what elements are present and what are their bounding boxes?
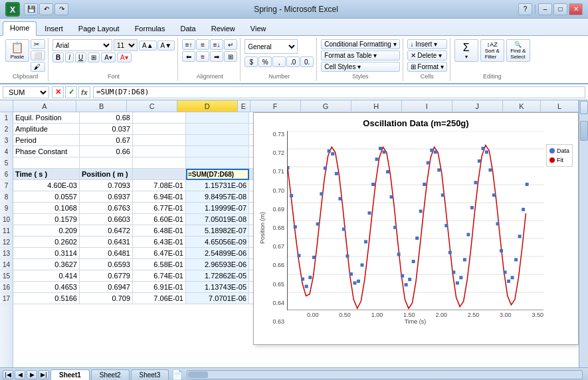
cell-b5[interactable]	[80, 157, 133, 169]
cell-a4[interactable]: Phase Constant	[13, 146, 80, 157]
insert-btn[interactable]: ↓ Insert ▾	[407, 39, 447, 49]
cell-d1[interactable]	[186, 112, 249, 124]
tab-review[interactable]: Review	[204, 22, 243, 35]
row-15[interactable]: 15	[0, 270, 13, 282]
formula-input[interactable]	[93, 86, 585, 98]
border-button[interactable]: ⊞	[88, 52, 100, 62]
font-shrink-btn[interactable]: A▼	[157, 41, 175, 50]
cell-b3[interactable]: 0.67	[80, 135, 133, 146]
cell-c2[interactable]	[133, 124, 186, 135]
sheet-tab-2[interactable]: Sheet2	[91, 369, 130, 380]
new-sheet-btn[interactable]: 📄	[171, 369, 183, 380]
cell-c9[interactable]: 6.77E-01	[133, 203, 186, 214]
corner-cell[interactable]	[0, 100, 13, 112]
cell-d14[interactable]: 2.96593E-06	[186, 259, 249, 270]
cell-b9[interactable]: 0.6763	[80, 203, 133, 214]
format-as-table-btn[interactable]: Format as Table ▾	[321, 50, 399, 60]
cell-c13[interactable]: 6.47E-01	[133, 248, 186, 259]
row-17[interactable]: 17	[0, 293, 13, 304]
cell-b7[interactable]: 0.7093	[80, 180, 133, 191]
cell-a17[interactable]: 0.5166	[13, 293, 80, 304]
comma-btn[interactable]: ,	[272, 56, 286, 67]
decrease-decimal[interactable]: 0.	[300, 56, 314, 67]
cell-a11[interactable]: 0.209	[13, 225, 80, 237]
tab-insert[interactable]: Insert	[37, 22, 70, 35]
row-12[interactable]: 12	[0, 237, 13, 248]
cell-a3[interactable]: Period	[13, 135, 80, 146]
row-16[interactable]: 16	[0, 282, 13, 293]
increase-decimal[interactable]: .0	[286, 56, 300, 67]
insert-function-btn[interactable]: fx	[78, 86, 90, 98]
align-top-left[interactable]: ≡↑	[182, 39, 195, 50]
cell-d6-active[interactable]: =SUM(D7:D68)	[186, 169, 249, 180]
paste-button[interactable]: 📋 Paste	[5, 39, 29, 62]
horizontal-scrollbar[interactable]	[187, 370, 583, 379]
cell-b15[interactable]: 0.6779	[80, 270, 133, 282]
copy-button[interactable]: ⬜	[31, 50, 45, 60]
sort-filter-btn[interactable]: ↕AZ Sort &Filter	[480, 39, 504, 62]
row-10[interactable]: 10	[0, 214, 13, 225]
cell-b8[interactable]: 0.6937	[80, 191, 133, 203]
cell-a13[interactable]: 0.3114	[13, 248, 80, 259]
tab-next[interactable]: ▶	[27, 370, 37, 379]
sheet-tab-1[interactable]: Sheet1	[50, 369, 90, 380]
cell-a14[interactable]: 0.3627	[13, 259, 80, 270]
cell-d13[interactable]: 2.54899E-06	[186, 248, 249, 259]
cell-c15[interactable]: 6.74E-01	[133, 270, 186, 282]
cell-a8[interactable]: 0.0557	[13, 191, 80, 203]
row-8[interactable]: 8	[0, 191, 13, 203]
cell-d4[interactable]	[186, 146, 249, 157]
cell-b17[interactable]: 0.709	[80, 293, 133, 304]
bold-button[interactable]: B	[52, 52, 64, 62]
cell-d17[interactable]: 7.0701E-06	[186, 293, 249, 304]
cell-d10[interactable]: 7.05019E-08	[186, 214, 249, 225]
cell-d5[interactable]	[186, 157, 249, 169]
percent-btn[interactable]: %	[258, 56, 272, 67]
vertical-scrollbar[interactable]	[579, 100, 588, 367]
cell-a10[interactable]: 0.1579	[13, 214, 80, 225]
cell-d11[interactable]: 5.18982E-07	[186, 225, 249, 237]
cell-c5[interactable]	[133, 157, 186, 169]
cell-a12[interactable]: 0.2602	[13, 237, 80, 248]
format-btn[interactable]: ⊞ Format ▾	[407, 62, 447, 72]
align-right[interactable]: ➡	[210, 51, 223, 62]
cell-b11[interactable]: 0.6472	[80, 225, 133, 237]
maximize-btn[interactable]: □	[553, 3, 567, 15]
cell-d2[interactable]	[186, 124, 249, 135]
font-grow-btn[interactable]: A▲	[139, 41, 157, 50]
cell-b4[interactable]: 0.66	[80, 146, 133, 157]
align-top-right[interactable]: ≡↓	[210, 39, 223, 50]
cell-d12[interactable]: 4.65056E-09	[186, 237, 249, 248]
fill-color-button[interactable]: A▾	[101, 52, 116, 62]
cell-d8[interactable]: 9.84957E-08	[186, 191, 249, 203]
font-color-button[interactable]: A▾	[117, 52, 132, 62]
font-size-select[interactable]: 11	[114, 39, 138, 51]
cell-c3[interactable]	[133, 135, 186, 146]
col-header-k[interactable]: K	[503, 100, 541, 112]
number-format-select[interactable]: General	[245, 39, 298, 54]
col-header-j[interactable]: J	[452, 100, 503, 112]
col-header-a[interactable]: A	[13, 100, 76, 112]
row-13[interactable]: 13	[0, 248, 13, 259]
cell-b1[interactable]: 0.68	[80, 112, 133, 124]
delete-btn[interactable]: ✕ Delete ▾	[407, 50, 447, 60]
sheet-tab-3[interactable]: Sheet3	[131, 369, 169, 380]
row-7[interactable]: 7	[0, 180, 13, 191]
cell-c17[interactable]: 7.06E-01	[133, 293, 186, 304]
row-2[interactable]: 2	[0, 124, 13, 135]
cell-b13[interactable]: 0.6481	[80, 248, 133, 259]
align-left[interactable]: ⬅	[182, 51, 195, 62]
underline-button[interactable]: U	[75, 52, 86, 62]
cell-b12[interactable]: 0.6431	[80, 237, 133, 248]
cell-c6[interactable]	[133, 169, 186, 180]
font-name-select[interactable]: Arial	[52, 39, 112, 51]
cell-a2[interactable]: Amplitude	[13, 124, 80, 135]
cell-c1[interactable]	[133, 112, 186, 124]
col-header-c[interactable]: C	[127, 100, 177, 112]
tab-prev[interactable]: ◀	[15, 370, 25, 379]
cell-c4[interactable]	[133, 146, 186, 157]
wrap-text[interactable]: ↵	[224, 39, 237, 50]
row-5[interactable]: 5	[0, 157, 13, 169]
cell-d7[interactable]: 1.15731E-06	[186, 180, 249, 191]
col-header-h[interactable]: H	[351, 100, 402, 112]
